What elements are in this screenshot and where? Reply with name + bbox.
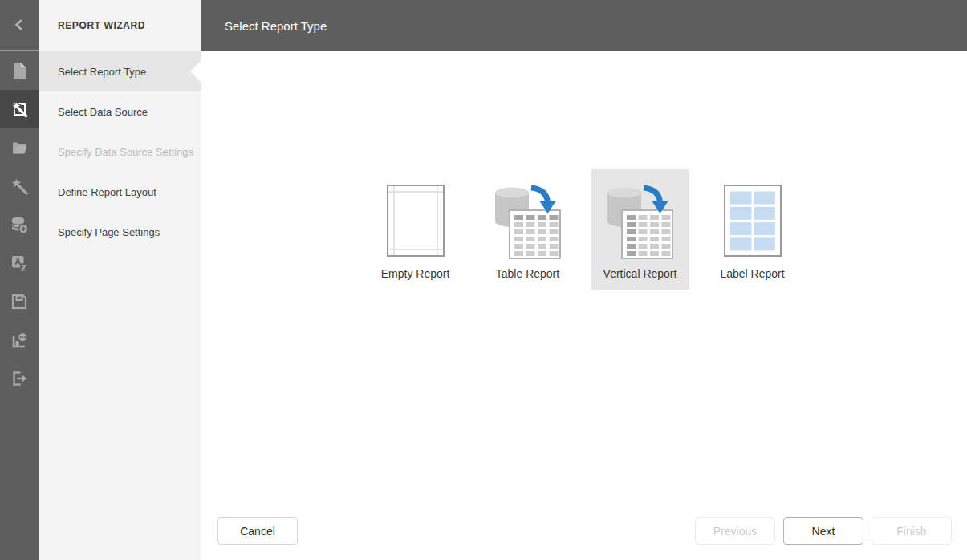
- localization-button[interactable]: A: [0, 244, 39, 282]
- new-report-icon: [10, 61, 29, 80]
- previous-button: Previous: [695, 517, 775, 545]
- report-wizard-button[interactable]: [0, 90, 39, 128]
- step-select-report-type[interactable]: Select Report Type: [39, 51, 201, 91]
- report-type-card-table[interactable]: Table Report: [479, 169, 576, 290]
- sidebar-title: REPORT WIZARD: [39, 0, 201, 51]
- svg-text:A: A: [14, 257, 21, 266]
- page-header: Select Report Type: [201, 0, 967, 51]
- exit-button[interactable]: [0, 359, 39, 398]
- step-label: Select Report Type: [58, 66, 146, 78]
- wizard-steps-sidebar: REPORT WIZARD Select Report Type Select …: [39, 0, 201, 560]
- preview-icon: [10, 331, 29, 350]
- next-button[interactable]: Next: [783, 517, 863, 545]
- icon-rail: A: [0, 0, 39, 560]
- report-type-label: Table Report: [496, 267, 559, 280]
- page-title: Select Report Type: [225, 19, 327, 33]
- label-report-icon: [724, 185, 782, 258]
- save-button[interactable]: [0, 282, 39, 321]
- step-define-report-layout[interactable]: Define Report Layout: [39, 172, 201, 212]
- open-report-icon: [10, 138, 29, 157]
- report-type-label: Vertical Report: [603, 267, 677, 280]
- step-label: Define Report Layout: [58, 186, 156, 198]
- save-icon: [10, 292, 29, 311]
- nav-button-group: Previous Next Finish: [695, 517, 952, 545]
- collapse-panel-button[interactable]: [0, 0, 39, 51]
- chevron-left-icon: [10, 15, 29, 34]
- table-report-icon: [494, 185, 562, 258]
- report-wizard-icon: [10, 99, 29, 119]
- report-wizard-window: A: [0, 0, 967, 560]
- step-label: Specify Data Source Settings: [58, 146, 193, 158]
- step-specify-page-settings[interactable]: Specify Page Settings: [39, 212, 201, 252]
- report-type-options: Empty Report: [201, 51, 967, 290]
- report-type-content: Empty Report: [201, 51, 967, 560]
- exit-icon: [10, 369, 29, 388]
- report-type-label: Empty Report: [381, 267, 450, 280]
- design-wizard-button[interactable]: [0, 167, 39, 205]
- preview-button[interactable]: [0, 321, 39, 359]
- selected-step-notch: [190, 61, 201, 82]
- step-label: Select Data Source: [58, 106, 148, 118]
- report-type-card-empty[interactable]: Empty Report: [367, 169, 464, 290]
- empty-report-icon: [387, 185, 445, 258]
- report-type-card-vertical[interactable]: Vertical Report: [591, 169, 689, 290]
- design-wizard-icon: [10, 177, 29, 196]
- new-report-button[interactable]: [0, 51, 39, 90]
- vertical-report-icon: [607, 185, 674, 258]
- step-label: Specify Page Settings: [58, 226, 160, 238]
- report-type-card-label[interactable]: Label Report: [704, 169, 801, 290]
- open-report-button[interactable]: [0, 128, 39, 167]
- report-type-label: Label Report: [720, 267, 784, 280]
- add-data-source-button[interactable]: [0, 205, 39, 244]
- finish-button: Finish: [872, 517, 952, 545]
- add-data-source-icon: [10, 215, 29, 234]
- cancel-button[interactable]: Cancel: [217, 517, 298, 545]
- step-select-data-source[interactable]: Select Data Source: [39, 91, 201, 132]
- wizard-footer: Cancel Previous Next Finish: [201, 517, 967, 545]
- step-specify-data-source-settings: Specify Data Source Settings: [39, 132, 201, 172]
- main-panel: Select Report Type: [201, 0, 967, 560]
- localization-icon: A: [10, 254, 29, 273]
